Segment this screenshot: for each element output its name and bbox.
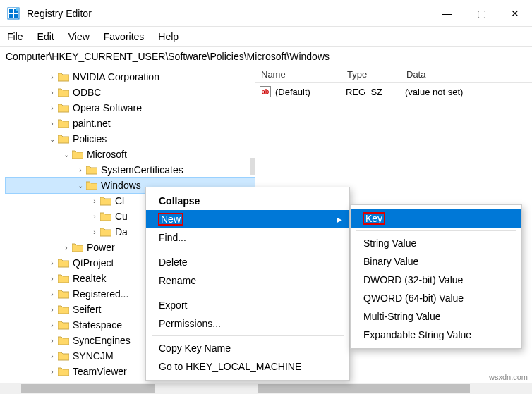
list-row[interactable]: ab (Default) REG_SZ (value not set) xyxy=(255,83,532,100)
tree-label: SyncEngines xyxy=(73,335,131,346)
tree-item-odbc[interactable]: ›ODBC xyxy=(6,85,255,100)
folder-icon xyxy=(58,118,69,128)
menu-favorites[interactable]: Favorites xyxy=(104,31,145,42)
ctx-new-qword[interactable]: QWORD (64-bit) Value xyxy=(351,289,521,307)
tree-label: paint.net xyxy=(73,118,111,129)
separator xyxy=(152,335,344,336)
folder-icon xyxy=(72,242,83,252)
column-type[interactable]: Type xyxy=(347,69,406,80)
folder-icon xyxy=(58,72,69,82)
ctx-collapse[interactable]: Collapse xyxy=(146,192,349,210)
chevron-right-icon[interactable]: › xyxy=(48,306,56,314)
chevron-right-icon[interactable]: › xyxy=(90,213,99,221)
ctx-find[interactable]: Find... xyxy=(146,228,349,247)
window-controls: — ▢ ✕ xyxy=(430,0,532,27)
folder-icon xyxy=(58,134,69,144)
cell-name: (Default) xyxy=(275,87,346,97)
ctx-goto-hklm[interactable]: Go to HKEY_LOCAL_MACHINE xyxy=(146,357,349,376)
chevron-right-icon[interactable]: › xyxy=(90,228,99,236)
chevron-right-icon[interactable]: › xyxy=(48,337,56,345)
menu-edit[interactable]: Edit xyxy=(37,31,54,42)
address-bar[interactable]: Computer\HKEY_CURRENT_USER\Software\Poli… xyxy=(0,47,532,66)
menu-view[interactable]: View xyxy=(68,31,90,42)
chevron-right-icon[interactable]: › xyxy=(76,166,85,174)
ctx-new[interactable]: New ▶ xyxy=(146,210,349,228)
context-menu: Collapse New ▶ Find... Delete Rename Exp… xyxy=(145,187,350,381)
chevron-right-icon[interactable]: › xyxy=(48,104,56,112)
tree-item-nvidia[interactable]: ›NVIDIA Corporation xyxy=(6,69,255,85)
list-horizontal-scrollbar[interactable] xyxy=(255,383,532,394)
chevron-right-icon[interactable]: › xyxy=(48,275,56,283)
close-button[interactable]: ✕ xyxy=(498,0,532,27)
ctx-permissions[interactable]: Permissions... xyxy=(146,314,349,333)
separator xyxy=(152,293,344,293)
ctx-new-string[interactable]: String Value xyxy=(351,234,521,252)
tree-item-syscert[interactable]: ›SystemCertificates xyxy=(6,162,255,178)
svg-rect-3 xyxy=(9,14,13,18)
ctx-delete[interactable]: Delete xyxy=(146,253,349,271)
menu-help[interactable]: Help xyxy=(158,31,179,42)
maximize-button[interactable]: ▢ xyxy=(464,0,498,27)
folder-icon xyxy=(100,196,111,206)
column-data[interactable]: Data xyxy=(406,69,532,80)
folder-icon xyxy=(58,335,69,345)
splitter-grip[interactable] xyxy=(250,158,255,175)
ctx-export[interactable]: Export xyxy=(146,296,349,314)
tree-item-opera[interactable]: ›Opera Software xyxy=(6,100,255,116)
chevron-right-icon[interactable]: › xyxy=(90,197,99,205)
ctx-new-expandstring[interactable]: Expandable String Value xyxy=(351,326,521,344)
folder-icon xyxy=(58,289,69,299)
chevron-right-icon[interactable]: › xyxy=(48,368,56,376)
folder-icon xyxy=(86,180,97,190)
tree-label: Realtek xyxy=(73,273,106,284)
chevron-down-icon[interactable]: ⌄ xyxy=(62,151,71,159)
folder-icon xyxy=(58,87,69,97)
chevron-right-icon[interactable]: › xyxy=(48,89,56,97)
chevron-right-icon[interactable]: › xyxy=(48,73,56,81)
svg-rect-1 xyxy=(9,9,13,13)
chevron-right-icon[interactable]: › xyxy=(48,290,56,298)
chevron-down-icon[interactable]: ⌄ xyxy=(48,135,56,143)
ctx-new-dword[interactable]: DWORD (32-bit) Value xyxy=(351,271,521,289)
column-name[interactable]: Name xyxy=(261,69,347,80)
tree-label: Seifert xyxy=(73,304,101,315)
tree-item-paintnet[interactable]: ›paint.net xyxy=(6,116,255,131)
menu-file[interactable]: File xyxy=(7,31,23,42)
ctx-rename[interactable]: Rename xyxy=(146,271,349,290)
ctx-copy-key-name[interactable]: Copy Key Name xyxy=(146,339,349,357)
chevron-right-icon[interactable]: › xyxy=(62,244,71,252)
ctx-new-multistring[interactable]: Multi-String Value xyxy=(351,307,521,326)
tree-label: QtProject xyxy=(73,257,114,269)
tree-label: Windows xyxy=(101,180,141,191)
list-header: Name Type Data xyxy=(255,66,532,83)
minimize-button[interactable]: — xyxy=(430,0,464,27)
chevron-right-icon[interactable]: › xyxy=(48,352,56,360)
folder-icon xyxy=(58,320,69,330)
tree-item-microsoft[interactable]: ⌄Microsoft xyxy=(6,147,255,162)
ctx-new-key[interactable]: Key xyxy=(351,209,521,228)
folder-icon xyxy=(58,273,69,283)
chevron-right-icon[interactable]: › xyxy=(48,120,56,128)
folder-icon xyxy=(100,227,111,237)
chevron-down-icon[interactable]: ⌄ xyxy=(76,182,85,190)
ctx-new-binary[interactable]: Binary Value xyxy=(351,252,521,271)
tree-label: Cu xyxy=(115,211,128,222)
separator xyxy=(356,230,516,231)
app-icon xyxy=(7,7,20,20)
tree-item-policies[interactable]: ⌄Policies xyxy=(6,131,255,147)
tree-label: Da xyxy=(115,226,128,238)
ctx-new-label: New xyxy=(159,214,183,225)
tree-label: SYNCJM xyxy=(73,350,114,362)
watermark: wsxdn.com xyxy=(489,373,528,381)
folder-icon xyxy=(58,304,69,314)
tree-horizontal-scrollbar[interactable] xyxy=(0,383,255,394)
chevron-right-icon[interactable]: › xyxy=(48,321,56,329)
tree-label: TeamViewer xyxy=(73,366,127,377)
folder-icon xyxy=(58,367,69,376)
cell-type: REG_SZ xyxy=(346,87,405,97)
chevron-right-icon[interactable]: › xyxy=(48,259,56,267)
tree-label: Opera Software xyxy=(73,102,142,113)
folder-icon xyxy=(72,149,83,159)
folder-icon xyxy=(58,258,69,268)
string-value-icon: ab xyxy=(260,86,271,97)
